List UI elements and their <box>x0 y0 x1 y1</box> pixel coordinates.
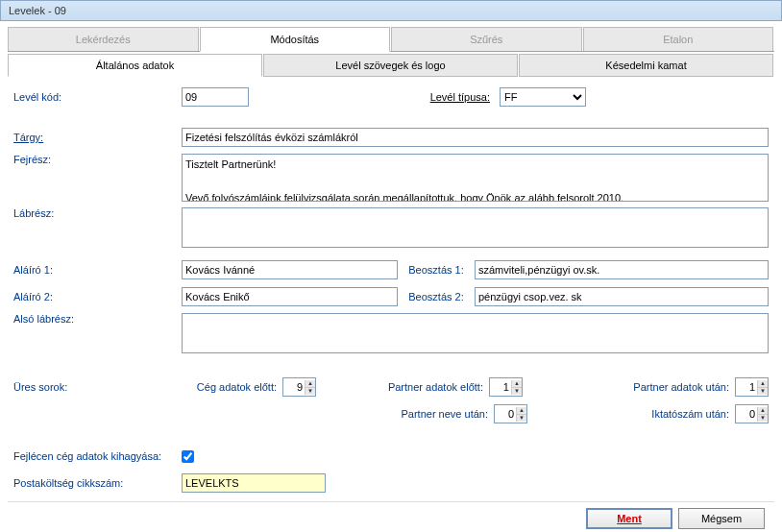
label-partner-name-after: Partner neve után: <box>321 408 494 420</box>
subject-input[interactable] <box>182 128 769 147</box>
letter-type-select[interactable]: FF <box>500 87 586 107</box>
spin-up-icon[interactable]: ▲ <box>305 380 315 388</box>
lower-footer-textarea[interactable] <box>182 313 769 353</box>
label-regnum-after: Iktatószám után: <box>527 408 735 420</box>
label-partner-after: Partner adatok után: <box>523 381 735 393</box>
label-header: Fejrész: <box>13 154 182 165</box>
spin-down-icon[interactable]: ▼ <box>512 388 522 395</box>
company-before-spinner[interactable]: ▲▼ <box>282 377 316 397</box>
regnum-after-spinner[interactable]: ▲▼ <box>735 404 769 423</box>
label-signer-1: Aláíró 1: <box>13 264 182 276</box>
label-footer: Lábrész: <box>13 207 182 219</box>
skip-company-header-checkbox[interactable] <box>182 450 194 463</box>
sub-tab-bar: Általános adatok Levél szövegek és logo … <box>8 54 774 77</box>
partner-after-spinner[interactable]: ▲▼ <box>735 377 769 397</box>
tab-etalon[interactable]: Etalon <box>583 27 774 51</box>
signer-1-input[interactable] <box>182 260 398 279</box>
label-empty-rows: Üres sorok: <box>13 381 182 393</box>
button-row: Ment Mégsem <box>8 501 774 532</box>
spin-up-icon[interactable]: ▲ <box>758 380 768 388</box>
spin-down-icon[interactable]: ▼ <box>758 415 768 422</box>
header-textarea[interactable]: Tisztelt Partnerünk! Vevő folyószámláink… <box>182 154 769 202</box>
cancel-button[interactable]: Mégsem <box>678 508 765 529</box>
footer-textarea[interactable] <box>182 207 769 248</box>
spin-down-icon[interactable]: ▼ <box>517 415 526 422</box>
label-position-1: Beosztás 1: <box>398 264 475 276</box>
window-title: Levelek - 09 <box>9 5 66 16</box>
tab-general-data[interactable]: Általános adatok <box>8 54 262 77</box>
spin-down-icon[interactable]: ▼ <box>305 388 315 395</box>
partner-name-after-spinner[interactable]: ▲▼ <box>494 404 527 423</box>
window-titlebar: Levelek - 09 <box>0 0 782 21</box>
label-lower-footer: Alsó lábrész: <box>13 313 182 325</box>
tab-modify[interactable]: Módosítás <box>200 27 391 52</box>
partner-before-spinner[interactable]: ▲▼ <box>489 377 523 397</box>
label-letter-code: Levél kód: <box>13 91 182 103</box>
tab-letter-texts[interactable]: Levél szövegek és logo <box>263 54 518 77</box>
postage-code-input[interactable] <box>182 473 326 493</box>
spin-up-icon[interactable]: ▲ <box>517 407 526 415</box>
main-tab-bar: Lekérdezés Módosítás Szűrés Etalon <box>8 27 774 52</box>
save-button[interactable]: Ment <box>586 508 672 529</box>
label-skip-company-header: Fejlécen cég adatok kihagyása: <box>13 450 182 462</box>
position-2-input[interactable] <box>475 287 769 306</box>
label-postage-code: Postaköltség cikkszám: <box>13 477 182 489</box>
letter-code-input[interactable] <box>182 87 249 107</box>
label-signer-2: Aláíró 2: <box>13 291 182 302</box>
signer-2-input[interactable] <box>182 287 398 306</box>
label-company-before: Cég adatok előtt: <box>182 381 282 393</box>
spin-down-icon[interactable]: ▼ <box>758 388 768 395</box>
label-letter-type: Levél típusa: <box>249 91 500 103</box>
label-position-2: Beosztás 2: <box>398 291 475 302</box>
spin-up-icon[interactable]: ▲ <box>512 380 522 388</box>
tab-query[interactable]: Lekérdezés <box>8 27 199 51</box>
tab-filter[interactable]: Szűrés <box>391 27 582 51</box>
position-1-input[interactable] <box>475 260 769 279</box>
tab-late-interest[interactable]: Késedelmi kamat <box>519 54 773 77</box>
label-subject: Tárgy: <box>13 132 182 143</box>
label-partner-before: Partner adatok előtt: <box>316 381 489 393</box>
spin-up-icon[interactable]: ▲ <box>758 407 768 415</box>
